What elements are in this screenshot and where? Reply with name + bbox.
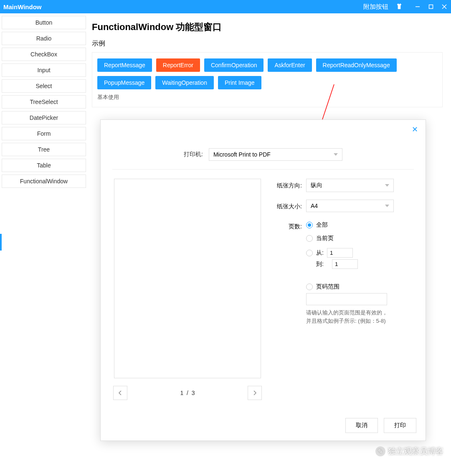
wechat-icon: ✎ [375,446,385,456]
orientation-label: 纸张方向: [272,179,306,190]
svg-rect-1 [429,5,433,8]
sidebar-item-form[interactable]: Form [2,127,86,140]
radio-range[interactable] [306,284,313,290]
printer-select[interactable]: Microsoft Print to PDF [209,148,342,161]
radio-from-label: 从: [316,249,324,257]
sidebar-item-datepicker[interactable]: DatePicker [2,111,86,124]
print-image-button[interactable]: Print Image [218,76,261,89]
size-label: 纸张大小: [272,200,306,210]
dialog-close-icon[interactable]: ✕ [412,125,418,134]
printer-value: Microsoft Print to PDF [213,151,271,158]
sidebar-item-select[interactable]: Select [2,79,86,93]
cancel-button[interactable]: 取消 [345,418,378,433]
sidebar: Button Radio CheckBox Input Select TreeS… [0,13,88,476]
sidebar-item-input[interactable]: Input [2,63,86,77]
printer-label: 打印机: [184,151,203,158]
next-page-button[interactable] [248,386,262,400]
sidebar-item-table[interactable]: Table [2,159,86,172]
watermark: ✎ 独立观察员博客 [375,446,443,457]
extra-button[interactable]: 附加按钮 [363,3,388,11]
scroll-indicator [0,234,2,251]
print-button[interactable]: 打印 [384,418,416,433]
report-message-button[interactable]: ReportMessage [97,58,152,72]
radio-current-label: 当前页 [316,235,334,242]
size-select[interactable]: A4 [306,200,394,212]
sidebar-item-tree[interactable]: Tree [2,143,86,156]
confirm-operation-button[interactable]: ConfirmOperation [204,58,264,72]
shirt-icon[interactable] [396,3,403,11]
close-button[interactable] [441,3,448,10]
radio-range-label: 页码范围 [316,283,340,291]
prev-page-button[interactable] [113,386,127,400]
to-input[interactable] [332,259,358,269]
report-readonly-message-button[interactable]: ReportReadOnlyMessage [316,58,397,72]
maximize-button[interactable] [428,3,434,10]
radio-to-label: 到: [316,261,329,268]
report-error-button[interactable]: ReportError [156,58,200,72]
radio-all-label: 全部 [316,221,328,229]
popup-message-button[interactable]: PopupMessage [97,76,151,89]
basic-usage-label: 基本使用 [97,94,437,101]
range-hint: 请确认输入的页面范围是有效的，并且格式如例子所示: (例如：5-8) [306,309,390,325]
print-dialog: ✕ 打印机: Microsoft Print to PDF 1 / 3 [100,119,426,441]
print-preview [114,179,261,378]
sidebar-item-button[interactable]: Button [2,16,86,29]
range-input[interactable] [306,293,387,305]
radio-all[interactable] [306,222,313,228]
example-label: 示例 [92,39,443,48]
sidebar-item-checkbox[interactable]: CheckBox [2,48,86,61]
askfor-enter-button[interactable]: AskforEnter [268,58,312,72]
pages-label: 页数: [272,220,306,230]
sidebar-item-functionalwindow[interactable]: FunctionalWindow [2,175,86,188]
orientation-select[interactable]: 纵向 [306,179,394,192]
waiting-operation-button[interactable]: WaitingOperation [155,76,214,89]
radio-from-to[interactable] [306,250,313,256]
radio-current[interactable] [306,235,313,242]
minimize-button[interactable] [414,3,421,10]
window-title: MainWindow [3,3,363,10]
titlebar: MainWindow 附加按钮 [0,0,451,13]
page-indicator: 1 / 3 [180,390,195,396]
page-title: FunctionalWindow 功能型窗口 [92,21,443,33]
example-box: ReportMessage ReportError ConfirmOperati… [92,52,443,107]
sidebar-item-treeselect[interactable]: TreeSelect [2,95,86,109]
from-input[interactable] [327,248,353,258]
sidebar-item-radio[interactable]: Radio [2,32,86,45]
